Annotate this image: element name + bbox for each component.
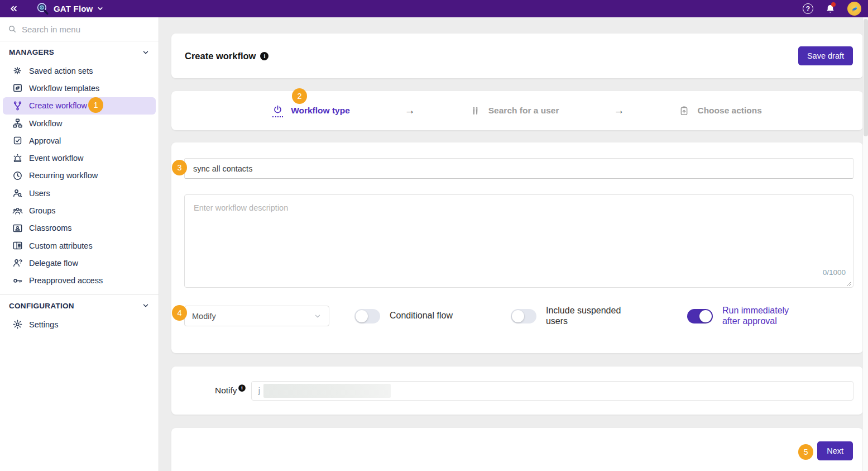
classroom-icon [12, 223, 23, 234]
sidebar-item-workflow-templates[interactable]: Workflow templates [3, 79, 156, 97]
workflow-name-input[interactable] [184, 158, 853, 179]
sidebar-item-label: Workflow [29, 119, 62, 128]
sidebar-item-label: Recurring workflow [29, 171, 98, 180]
sidebar-item-users[interactable]: Users [3, 184, 156, 202]
info-icon[interactable]: i [260, 52, 268, 60]
section-header-configuration[interactable]: CONFIGURATION [0, 295, 159, 316]
run-immediately-toggle[interactable] [687, 309, 713, 323]
selected-workflow-type: Modify [192, 312, 314, 321]
workflow-options-row: Modify Conditional flow Include suspende… [184, 306, 853, 327]
sidebar-item-classrooms[interactable]: Classrooms [3, 220, 156, 237]
page-header-card: Create workflow i Save draft [171, 34, 863, 78]
sidebar-item-create-workflow[interactable]: Create workflow [3, 97, 156, 115]
page-scrollbar[interactable] [862, 17, 868, 471]
workflow-description-textarea[interactable] [184, 194, 853, 288]
clipboard-icon [679, 106, 689, 116]
notifications-bell-icon[interactable] [825, 3, 836, 15]
sidebar-item-settings[interactable]: Settings [3, 316, 156, 333]
run-immediately-group: Run immediately after approval [687, 306, 806, 327]
sidebar-item-groups[interactable]: Groups [3, 202, 156, 219]
toggle-label: Include suspended users [546, 306, 635, 327]
char-counter: 0/1000 [823, 268, 846, 277]
chevron-down-icon [314, 312, 322, 320]
annotation-badge-3: 3 [172, 160, 187, 175]
gear-icon [12, 319, 23, 330]
include-suspended-users-toggle[interactable] [511, 309, 536, 323]
help-icon[interactable]: ? [803, 3, 813, 14]
search-input[interactable] [22, 25, 151, 34]
notify-input-value: j [258, 386, 260, 395]
app-switcher[interactable]: GAT Flow [35, 2, 104, 16]
toggle-knob [512, 310, 524, 322]
branch-icon [12, 101, 23, 111]
conditional-flow-toggle[interactable] [354, 309, 380, 323]
redacted-email-block [263, 384, 391, 398]
sidebar-item-label: Workflow templates [29, 84, 99, 93]
arrow-right-icon: → [613, 104, 624, 117]
main-content: Create workflow i Save draft Workflow ty… [159, 17, 868, 471]
toggle-knob [699, 310, 712, 322]
arrow-right-icon: → [405, 104, 415, 117]
app-name: GAT Flow [54, 4, 93, 13]
step-label: Search for a user [488, 106, 559, 116]
sidebar-item-workflow[interactable]: Workflow [3, 115, 156, 132]
sidebar-item-preapproved-access[interactable]: Preapproved access [3, 272, 156, 289]
sidebar-item-label: Saved action sets [29, 66, 93, 75]
sidebar-item-label: Event workflow [29, 154, 84, 163]
description-wrap: 0/1000 [184, 194, 853, 290]
sidebar-item-delegate-flow[interactable]: Delegate flow [3, 254, 156, 272]
top-bar: GAT Flow ? [0, 0, 868, 17]
user-avatar[interactable] [847, 2, 861, 16]
sitemap-icon [12, 118, 23, 129]
notify-card: Notify i j [171, 367, 863, 415]
sidebar-item-label: Create workflow [29, 101, 87, 110]
sidebar-item-recurring-workflow[interactable]: Recurring workflow [3, 167, 156, 184]
step-choose-actions[interactable]: Choose actions [679, 106, 761, 116]
key-icon [12, 275, 23, 286]
page-title-text: Create workflow [185, 51, 256, 61]
chevron-down-icon [97, 5, 104, 12]
sidebar-item-label: Users [29, 189, 50, 198]
step-label: Choose actions [697, 106, 761, 116]
include-suspended-users-group: Include suspended users [511, 306, 635, 327]
templates-icon [12, 83, 23, 93]
step-search-for-a-user[interactable]: Search for a user [470, 106, 559, 116]
sidebar: MANAGERS Saved action sets Workflow temp… [0, 17, 159, 471]
step-workflow-type[interactable]: Workflow type [272, 104, 350, 117]
annotation-badge-1: 1 [88, 97, 103, 113]
user-search-icon [12, 188, 23, 198]
sidebar-item-event-workflow[interactable]: Event workflow [3, 149, 156, 166]
conditional-flow-group: Conditional flow [354, 309, 453, 323]
resize-handle[interactable] [846, 281, 851, 287]
next-button[interactable]: Next [817, 441, 853, 460]
annotation-badge-2: 2 [292, 88, 307, 104]
sidebar-item-label: Settings [29, 320, 58, 329]
delegate-icon [12, 258, 23, 268]
sidebar-item-saved-action-sets[interactable]: Saved action sets [3, 62, 156, 79]
sidebar-item-approval[interactable]: Approval [3, 132, 156, 149]
sidebar-search[interactable] [0, 17, 159, 41]
double-chevron-left-icon [9, 4, 18, 13]
step-label: Workflow type [291, 106, 350, 116]
two-users-icon [470, 106, 481, 116]
save-draft-button[interactable]: Save draft [798, 46, 853, 65]
attributes-icon [12, 240, 23, 251]
workflow-form-card: 0/1000 Modify Conditional flow Include s… [171, 142, 863, 353]
section-header-managers[interactable]: MANAGERS [0, 41, 159, 62]
workflow-type-select[interactable]: Modify [184, 306, 329, 326]
gat-magnifier-logo [35, 2, 50, 16]
toggle-label: Conditional flow [390, 311, 453, 321]
sidebar-item-label: Preapproved access [29, 276, 103, 285]
clock-icon [12, 170, 23, 181]
sidebar-item-custom-attributes[interactable]: Custom attributes [3, 237, 156, 254]
chevron-down-icon [142, 302, 150, 310]
notify-input[interactable]: j [251, 381, 853, 401]
toggle-label: Run immediately after approval [722, 306, 806, 327]
sidebar-item-label: Custom attributes [29, 241, 93, 250]
info-icon[interactable]: i [238, 384, 246, 392]
scrollbar-thumb[interactable] [864, 19, 868, 136]
sidebar-nav: Saved action sets Workflow templates Cre… [0, 62, 159, 289]
sidebar-item-label: Classrooms [29, 223, 72, 232]
chevron-down-icon [142, 49, 150, 56]
sidebar-collapse-button[interactable] [9, 4, 18, 13]
